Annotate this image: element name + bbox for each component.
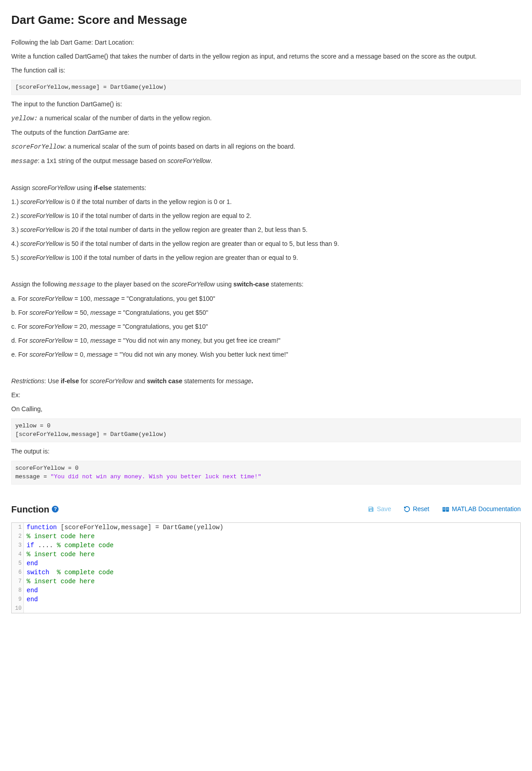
input-yellow: yellow: a numerical scalar of the number… bbox=[11, 113, 521, 123]
help-icon[interactable]: ? bbox=[52, 506, 59, 512]
svg-rect-1 bbox=[443, 508, 445, 509]
editor-line[interactable]: 6switch % complete code bbox=[12, 568, 520, 577]
line-number: 3 bbox=[12, 541, 24, 550]
editor-line[interactable]: 2% insert code here bbox=[12, 532, 520, 541]
code-funccall: [scoreForYellow,message] = DartGame(yell… bbox=[11, 80, 521, 95]
line-code[interactable]: end bbox=[24, 586, 41, 595]
line-number: 1 bbox=[12, 523, 24, 532]
assign-sfy-hdr: Assign scoreForYellow using if-else stat… bbox=[11, 183, 521, 193]
editor-line[interactable]: 9end bbox=[12, 595, 520, 604]
editor-line[interactable]: 1function [scoreForYellow,message] = Dar… bbox=[12, 523, 520, 532]
line-number: 7 bbox=[12, 577, 24, 586]
rule-3: 3.) scoreForYellow is 20 if the total nu… bbox=[11, 225, 521, 235]
svg-rect-5 bbox=[446, 509, 448, 510]
intro-3: The function call is: bbox=[11, 66, 521, 75]
doc-link[interactable]: MATLAB Documentation bbox=[442, 504, 521, 514]
function-title: Function ? bbox=[11, 503, 59, 516]
doc-label: MATLAB Documentation bbox=[452, 504, 521, 514]
line-code[interactable]: switch % complete code bbox=[24, 568, 116, 577]
line-code[interactable]: % insert code here bbox=[24, 550, 97, 559]
line-number: 9 bbox=[12, 595, 24, 604]
rule-5: 5.) scoreForYellow is 100 if the total n… bbox=[11, 253, 521, 263]
reset-label: Reset bbox=[413, 504, 429, 514]
editor-line[interactable]: 3if .... % complete code bbox=[12, 541, 520, 550]
book-icon bbox=[442, 506, 450, 512]
line-code[interactable]: end bbox=[24, 595, 41, 604]
line-number: 4 bbox=[12, 550, 24, 559]
editor-line[interactable]: 7% insert code here bbox=[12, 577, 520, 586]
line-number: 10 bbox=[12, 604, 24, 613]
line-number: 2 bbox=[12, 532, 24, 541]
line-number: 5 bbox=[12, 559, 24, 568]
case-a: a. For scoreForYellow = 100, message = "… bbox=[11, 294, 521, 304]
function-header: Function ? Save Reset MATLAB Documentati… bbox=[11, 503, 521, 516]
line-code[interactable] bbox=[24, 604, 29, 613]
restrictions: Restrictions: Use if-else for scoreForYe… bbox=[11, 376, 521, 386]
code-editor[interactable]: 1function [scoreForYellow,message] = Dar… bbox=[11, 522, 521, 613]
case-c: c. For scoreForYellow = 20, message = "C… bbox=[11, 322, 521, 331]
output-msg: message: a 1x1 string of the output mess… bbox=[11, 156, 521, 166]
yellow-label: yellow: bbox=[11, 115, 38, 122]
line-number: 6 bbox=[12, 568, 24, 577]
save-button[interactable]: Save bbox=[368, 504, 391, 514]
svg-rect-0 bbox=[443, 508, 445, 508]
code-example-out: scoreForYellow = 0 message = "You did no… bbox=[11, 461, 521, 485]
output-is: The output is: bbox=[11, 447, 521, 456]
output-sfy: scoreForYellow: a numerical scalar of th… bbox=[11, 142, 521, 152]
svg-rect-3 bbox=[446, 508, 448, 508]
editor-line[interactable]: 4% insert code here bbox=[12, 550, 520, 559]
rule-2: 2.) scoreForYellow is 10 if the total nu… bbox=[11, 211, 521, 221]
code-example-in: yellow = 0 [scoreForYellow,message] = Da… bbox=[11, 418, 521, 442]
editor-line[interactable]: 10 bbox=[12, 604, 520, 613]
line-code[interactable]: % insert code here bbox=[24, 577, 97, 586]
input-hdr: The input to the function DartGame() is: bbox=[11, 100, 521, 109]
case-d: d. For scoreForYellow = 10, message = "Y… bbox=[11, 336, 521, 345]
ex-label: Ex: bbox=[11, 390, 521, 400]
assign-msg-hdr: Assign the following message to the play… bbox=[11, 280, 521, 290]
function-actions: Save Reset MATLAB Documentation bbox=[368, 504, 521, 514]
intro-1: Following the lab Dart Game: Dart Locati… bbox=[11, 38, 521, 47]
svg-rect-4 bbox=[446, 508, 448, 509]
case-e: e. For scoreForYellow = 0, message = "Yo… bbox=[11, 350, 521, 359]
rule-4: 4.) scoreForYellow is 50 if the total nu… bbox=[11, 239, 521, 249]
svg-rect-2 bbox=[443, 509, 445, 510]
line-code[interactable]: if .... % complete code bbox=[24, 541, 116, 550]
editor-line[interactable]: 8end bbox=[12, 586, 520, 595]
reset-icon bbox=[404, 506, 410, 512]
reset-button[interactable]: Reset bbox=[404, 504, 429, 514]
line-code[interactable]: end bbox=[24, 559, 41, 568]
output-hdr: The outputs of the function DartGame are… bbox=[11, 128, 521, 137]
editor-line[interactable]: 5end bbox=[12, 559, 520, 568]
line-code[interactable]: function [scoreForYellow,message] = Dart… bbox=[24, 523, 226, 532]
on-calling: On Calling, bbox=[11, 404, 521, 414]
line-number: 8 bbox=[12, 586, 24, 595]
save-label: Save bbox=[377, 504, 391, 514]
yellow-desc: a numerical scalar of the number of dart… bbox=[38, 114, 212, 122]
intro-2: Write a function called DartGame() that … bbox=[11, 52, 521, 61]
line-code[interactable]: % insert code here bbox=[24, 532, 97, 541]
page-title: Dart Game: Score and Message bbox=[11, 11, 521, 29]
case-b: b. For scoreForYellow = 50, message = "C… bbox=[11, 308, 521, 317]
rule-1: 1.) scoreForYellow is 0 if the total num… bbox=[11, 197, 521, 207]
save-icon bbox=[368, 506, 374, 512]
